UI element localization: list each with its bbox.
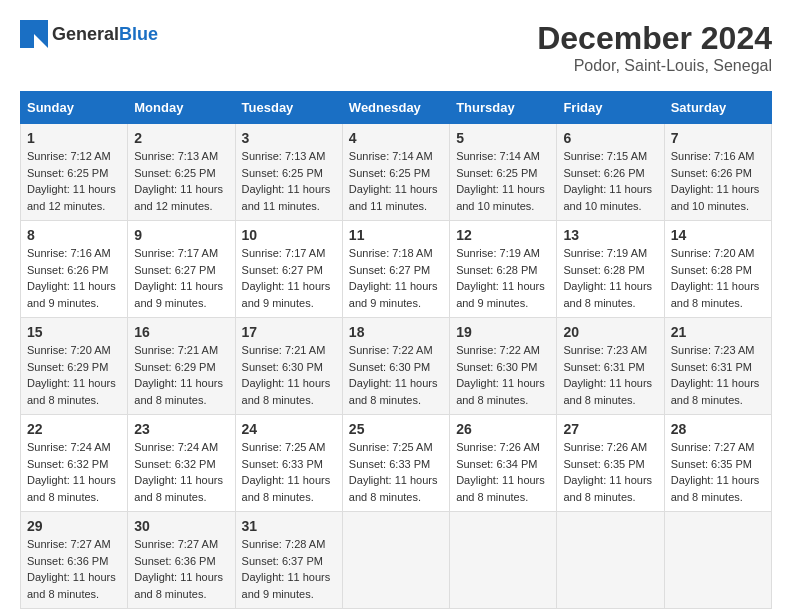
sunset-label: Sunset: 6:25 PM — [134, 167, 215, 179]
day-info: Sunrise: 7:23 AM Sunset: 6:31 PM Dayligh… — [563, 342, 657, 408]
daylight-label: Daylight: 11 hours and 8 minutes. — [456, 474, 545, 503]
day-number: 9 — [134, 227, 228, 243]
sunset-label: Sunset: 6:25 PM — [242, 167, 323, 179]
sunrise-label: Sunrise: 7:24 AM — [27, 441, 111, 453]
day-number: 15 — [27, 324, 121, 340]
day-number: 21 — [671, 324, 765, 340]
calendar-cell: 8 Sunrise: 7:16 AM Sunset: 6:26 PM Dayli… — [21, 221, 128, 318]
calendar-cell: 15 Sunrise: 7:20 AM Sunset: 6:29 PM Dayl… — [21, 318, 128, 415]
daylight-label: Daylight: 11 hours and 10 minutes. — [456, 183, 545, 212]
day-info: Sunrise: 7:22 AM Sunset: 6:30 PM Dayligh… — [349, 342, 443, 408]
daylight-label: Daylight: 11 hours and 10 minutes. — [563, 183, 652, 212]
weekday-header-friday: Friday — [557, 92, 664, 124]
calendar-cell: 24 Sunrise: 7:25 AM Sunset: 6:33 PM Dayl… — [235, 415, 342, 512]
daylight-label: Daylight: 11 hours and 8 minutes. — [134, 571, 223, 600]
daylight-label: Daylight: 11 hours and 12 minutes. — [27, 183, 116, 212]
sunrise-label: Sunrise: 7:25 AM — [242, 441, 326, 453]
calendar-cell: 7 Sunrise: 7:16 AM Sunset: 6:26 PM Dayli… — [664, 124, 771, 221]
day-number: 25 — [349, 421, 443, 437]
sunrise-label: Sunrise: 7:24 AM — [134, 441, 218, 453]
daylight-label: Daylight: 11 hours and 11 minutes. — [242, 183, 331, 212]
calendar-week-row: 29 Sunrise: 7:27 AM Sunset: 6:36 PM Dayl… — [21, 512, 772, 609]
logo-general: General — [52, 24, 119, 44]
sunrise-label: Sunrise: 7:26 AM — [456, 441, 540, 453]
calendar-cell — [342, 512, 449, 609]
sunrise-label: Sunrise: 7:15 AM — [563, 150, 647, 162]
sunrise-label: Sunrise: 7:27 AM — [134, 538, 218, 550]
sunset-label: Sunset: 6:29 PM — [134, 361, 215, 373]
daylight-label: Daylight: 11 hours and 8 minutes. — [563, 280, 652, 309]
calendar-cell: 4 Sunrise: 7:14 AM Sunset: 6:25 PM Dayli… — [342, 124, 449, 221]
day-number: 4 — [349, 130, 443, 146]
calendar-cell: 23 Sunrise: 7:24 AM Sunset: 6:32 PM Dayl… — [128, 415, 235, 512]
day-info: Sunrise: 7:26 AM Sunset: 6:34 PM Dayligh… — [456, 439, 550, 505]
sunset-label: Sunset: 6:35 PM — [671, 458, 752, 470]
day-info: Sunrise: 7:21 AM Sunset: 6:30 PM Dayligh… — [242, 342, 336, 408]
day-info: Sunrise: 7:16 AM Sunset: 6:26 PM Dayligh… — [671, 148, 765, 214]
day-number: 1 — [27, 130, 121, 146]
day-number: 17 — [242, 324, 336, 340]
calendar-cell: 3 Sunrise: 7:13 AM Sunset: 6:25 PM Dayli… — [235, 124, 342, 221]
sunrise-label: Sunrise: 7:22 AM — [456, 344, 540, 356]
sunset-label: Sunset: 6:25 PM — [27, 167, 108, 179]
sunset-label: Sunset: 6:25 PM — [349, 167, 430, 179]
calendar-cell: 31 Sunrise: 7:28 AM Sunset: 6:37 PM Dayl… — [235, 512, 342, 609]
day-info: Sunrise: 7:25 AM Sunset: 6:33 PM Dayligh… — [349, 439, 443, 505]
day-info: Sunrise: 7:19 AM Sunset: 6:28 PM Dayligh… — [563, 245, 657, 311]
logo-blue: Blue — [119, 24, 158, 44]
sunrise-label: Sunrise: 7:12 AM — [27, 150, 111, 162]
calendar-cell: 2 Sunrise: 7:13 AM Sunset: 6:25 PM Dayli… — [128, 124, 235, 221]
sunrise-label: Sunrise: 7:28 AM — [242, 538, 326, 550]
day-info: Sunrise: 7:24 AM Sunset: 6:32 PM Dayligh… — [27, 439, 121, 505]
sunset-label: Sunset: 6:30 PM — [349, 361, 430, 373]
daylight-label: Daylight: 11 hours and 8 minutes. — [27, 571, 116, 600]
sunrise-label: Sunrise: 7:23 AM — [563, 344, 647, 356]
calendar-cell: 16 Sunrise: 7:21 AM Sunset: 6:29 PM Dayl… — [128, 318, 235, 415]
calendar-cell: 12 Sunrise: 7:19 AM Sunset: 6:28 PM Dayl… — [450, 221, 557, 318]
sunrise-label: Sunrise: 7:16 AM — [671, 150, 755, 162]
day-number: 11 — [349, 227, 443, 243]
sunrise-label: Sunrise: 7:22 AM — [349, 344, 433, 356]
sunrise-label: Sunrise: 7:17 AM — [242, 247, 326, 259]
day-info: Sunrise: 7:22 AM Sunset: 6:30 PM Dayligh… — [456, 342, 550, 408]
sunrise-label: Sunrise: 7:14 AM — [349, 150, 433, 162]
calendar-cell: 29 Sunrise: 7:27 AM Sunset: 6:36 PM Dayl… — [21, 512, 128, 609]
sunrise-label: Sunrise: 7:26 AM — [563, 441, 647, 453]
sunrise-label: Sunrise: 7:17 AM — [134, 247, 218, 259]
weekday-header-wednesday: Wednesday — [342, 92, 449, 124]
day-number: 6 — [563, 130, 657, 146]
day-info: Sunrise: 7:24 AM Sunset: 6:32 PM Dayligh… — [134, 439, 228, 505]
daylight-label: Daylight: 11 hours and 8 minutes. — [671, 377, 760, 406]
weekday-header-sunday: Sunday — [21, 92, 128, 124]
sunset-label: Sunset: 6:35 PM — [563, 458, 644, 470]
daylight-label: Daylight: 11 hours and 9 minutes. — [27, 280, 116, 309]
daylight-label: Daylight: 11 hours and 9 minutes. — [242, 571, 331, 600]
sunset-label: Sunset: 6:31 PM — [563, 361, 644, 373]
daylight-label: Daylight: 11 hours and 8 minutes. — [563, 474, 652, 503]
day-info: Sunrise: 7:27 AM Sunset: 6:35 PM Dayligh… — [671, 439, 765, 505]
sunset-label: Sunset: 6:33 PM — [242, 458, 323, 470]
svg-rect-1 — [34, 20, 48, 34]
page-header: GeneralBlue December 2024 Podor, Saint-L… — [20, 20, 772, 75]
sunset-label: Sunset: 6:25 PM — [456, 167, 537, 179]
day-info: Sunrise: 7:18 AM Sunset: 6:27 PM Dayligh… — [349, 245, 443, 311]
day-info: Sunrise: 7:23 AM Sunset: 6:31 PM Dayligh… — [671, 342, 765, 408]
day-number: 31 — [242, 518, 336, 534]
day-number: 27 — [563, 421, 657, 437]
daylight-label: Daylight: 11 hours and 8 minutes. — [349, 377, 438, 406]
location-title: Podor, Saint-Louis, Senegal — [537, 57, 772, 75]
day-number: 14 — [671, 227, 765, 243]
day-info: Sunrise: 7:28 AM Sunset: 6:37 PM Dayligh… — [242, 536, 336, 602]
month-title: December 2024 — [537, 20, 772, 57]
daylight-label: Daylight: 11 hours and 9 minutes. — [456, 280, 545, 309]
sunrise-label: Sunrise: 7:20 AM — [671, 247, 755, 259]
sunset-label: Sunset: 6:32 PM — [134, 458, 215, 470]
calendar-cell: 27 Sunrise: 7:26 AM Sunset: 6:35 PM Dayl… — [557, 415, 664, 512]
day-info: Sunrise: 7:21 AM Sunset: 6:29 PM Dayligh… — [134, 342, 228, 408]
calendar-cell: 30 Sunrise: 7:27 AM Sunset: 6:36 PM Dayl… — [128, 512, 235, 609]
calendar-cell: 17 Sunrise: 7:21 AM Sunset: 6:30 PM Dayl… — [235, 318, 342, 415]
day-number: 3 — [242, 130, 336, 146]
day-info: Sunrise: 7:13 AM Sunset: 6:25 PM Dayligh… — [134, 148, 228, 214]
calendar-week-row: 22 Sunrise: 7:24 AM Sunset: 6:32 PM Dayl… — [21, 415, 772, 512]
calendar-cell: 19 Sunrise: 7:22 AM Sunset: 6:30 PM Dayl… — [450, 318, 557, 415]
